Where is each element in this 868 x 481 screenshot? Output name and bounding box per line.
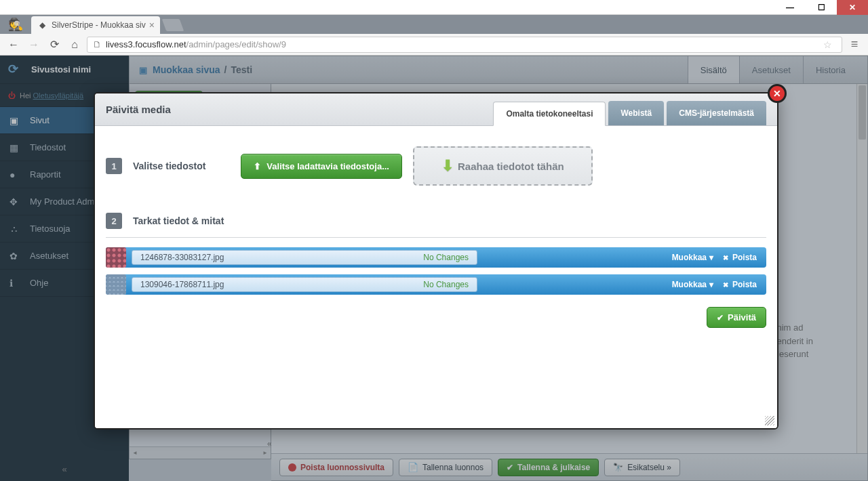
button-label: Päivitä xyxy=(728,312,756,322)
divider xyxy=(106,237,766,238)
tab-close-icon[interactable]: × xyxy=(149,20,155,30)
step-1-label: Valitse tiedostot xyxy=(133,161,205,171)
step-2-section: 2 Tarkat tiedot & mitat 1246878-33083127… xyxy=(106,213,766,328)
file-thumbnail xyxy=(106,274,126,295)
new-tab-button[interactable] xyxy=(162,19,184,31)
page-icon: 🗋 xyxy=(93,39,102,49)
modal-tab-computer[interactable]: Omalta tietokoneeltasi xyxy=(493,102,606,126)
file-name: 1246878-33083127.jpg xyxy=(140,253,224,262)
dropzone-label: Raahaa tiedotot tähän xyxy=(458,161,564,172)
update-button[interactable]: ✔ Päivitä xyxy=(707,307,766,328)
file-name-field[interactable]: 1246878-33083127.jpg No Changes xyxy=(132,250,477,265)
chevron-down-icon: ▾ xyxy=(709,280,713,289)
url-path: /admin/pages/edit/show/9 xyxy=(186,39,286,49)
resize-handle[interactable] xyxy=(765,416,774,425)
browser-tabstrip: 🕵 ◆ SilverStripe - Muokkaa siv × xyxy=(0,15,868,34)
file-row: 1246878-33083127.jpg No Changes Muokkaa … xyxy=(106,247,766,268)
close-icon: ✖ xyxy=(723,281,728,289)
bookmark-star-icon[interactable]: ☆ xyxy=(823,39,832,50)
modal-close-button[interactable]: ✕ xyxy=(768,84,787,103)
button-label: Muokkaa xyxy=(672,253,707,262)
close-icon: ✖ xyxy=(723,254,728,262)
forward-button[interactable]: → xyxy=(26,37,42,53)
modal-header: Päivitä media Omalta tietokoneeltasi Web… xyxy=(95,93,777,126)
tab-title: SilverStripe - Muokkaa siv xyxy=(52,20,146,30)
home-button[interactable]: ⌂ xyxy=(66,37,83,53)
file-name: 1309046-17868711.jpg xyxy=(140,280,224,289)
upload-icon: ⬆ xyxy=(254,161,261,171)
update-button-row: ✔ Päivitä xyxy=(106,307,766,328)
step-2-header: 2 Tarkat tiedot & mitat xyxy=(106,213,766,237)
incognito-icon: 🕵 xyxy=(4,16,27,33)
file-thumbnail xyxy=(106,247,126,268)
file-remove-button[interactable]: ✖ Poista xyxy=(723,253,757,262)
button-label: Muokkaa xyxy=(672,280,707,289)
download-arrow-icon: ⬇ xyxy=(441,157,454,175)
window-minimize-button[interactable]: — xyxy=(774,0,806,15)
modal-body: 1 Valitse tiedostot ⬆ Valitse ladattavia… xyxy=(95,126,777,428)
step-2-label: Tarkat tiedot & mitat xyxy=(133,215,224,226)
file-actions: Muokkaa ▾ ✖ Poista xyxy=(672,280,766,289)
browser-tab[interactable]: ◆ SilverStripe - Muokkaa siv × xyxy=(31,16,160,34)
modal-tab-cms[interactable]: CMS-järjestelmästä xyxy=(667,101,766,125)
file-name-field[interactable]: 1309046-17868711.jpg No Changes xyxy=(132,277,477,292)
address-bar[interactable]: 🗋 livess3.focusflow.net/admin/pages/edit… xyxy=(87,37,842,53)
chevron-down-icon: ▾ xyxy=(709,253,713,262)
browser-toolbar: ← → ⟳ ⌂ 🗋 livess3.focusflow.net/admin/pa… xyxy=(0,34,868,56)
update-media-modal: ✕ Päivitä media Omalta tietokoneeltasi W… xyxy=(94,92,778,430)
windows-titlebar: — ☐ ✕ xyxy=(0,0,868,15)
reload-button[interactable]: ⟳ xyxy=(46,37,62,53)
button-label: Poista xyxy=(732,280,757,289)
drop-zone[interactable]: ⬇ Raahaa tiedotot tähän xyxy=(413,146,593,186)
button-label: Poista xyxy=(732,253,757,262)
file-status: No Changes xyxy=(423,280,469,289)
file-status: No Changes xyxy=(423,253,469,262)
step-number-badge: 2 xyxy=(106,213,122,229)
select-files-button[interactable]: ⬆ Valitse ladattavia tiedostoja... xyxy=(241,154,402,179)
file-edit-button[interactable]: Muokkaa ▾ xyxy=(672,253,713,262)
file-row: 1309046-17868711.jpg No Changes Muokkaa … xyxy=(106,274,766,295)
file-edit-button[interactable]: Muokkaa ▾ xyxy=(672,280,713,289)
back-button[interactable]: ← xyxy=(5,37,22,53)
window-close-button[interactable]: ✕ xyxy=(837,0,868,15)
file-remove-button[interactable]: ✖ Poista xyxy=(723,280,757,289)
modal-tab-web[interactable]: Webistä xyxy=(608,101,664,125)
modal-title: Päivitä media xyxy=(106,104,171,115)
modal-tabs: Omalta tietokoneeltasi Webistä CMS-järje… xyxy=(493,93,766,125)
step-1-row: 1 Valitse tiedostot ⬆ Valitse ladattavia… xyxy=(106,146,766,186)
window-maximize-button[interactable]: ☐ xyxy=(806,0,837,15)
browser-menu-button[interactable]: ≡ xyxy=(846,37,863,51)
button-label: Valitse ladattavia tiedostoja... xyxy=(267,161,389,171)
check-icon: ✔ xyxy=(717,313,724,322)
url-domain: livess3.focusflow.net xyxy=(106,39,186,49)
file-actions: Muokkaa ▾ ✖ Poista xyxy=(672,253,766,262)
favicon-icon: ◆ xyxy=(37,20,47,30)
step-number-badge: 1 xyxy=(106,158,122,174)
